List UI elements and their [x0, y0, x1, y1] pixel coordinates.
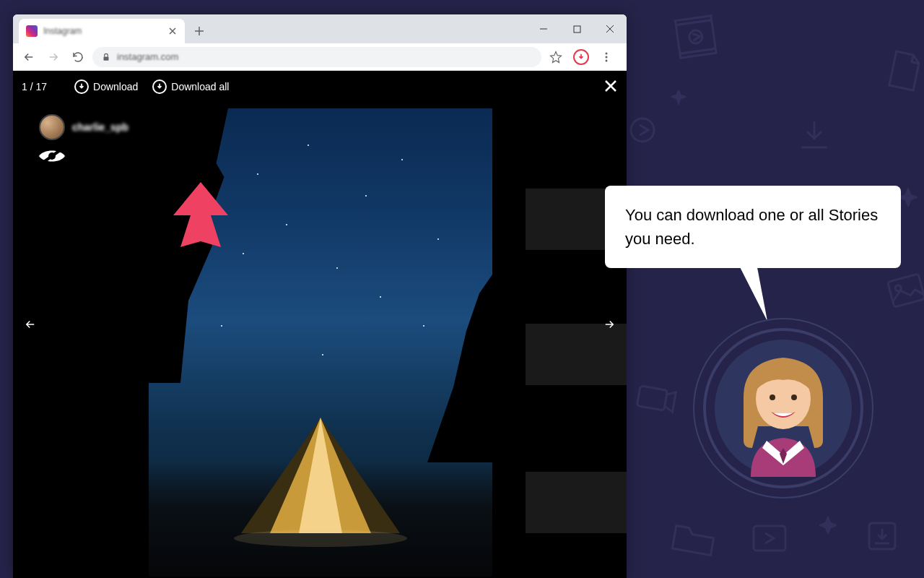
svg-rect-8 [754, 526, 785, 551]
new-tab-button[interactable] [189, 21, 209, 41]
svg-rect-2 [675, 16, 711, 25]
close-tab-icon[interactable] [167, 26, 178, 36]
bg-play-icon [628, 116, 657, 147]
extension-icon[interactable] [573, 49, 589, 65]
svg-point-14 [606, 59, 608, 61]
bg-sparkle2-icon [671, 90, 686, 108]
download-all-label: Download all [171, 81, 229, 92]
instagram-favicon [26, 25, 38, 37]
bg-photo-icon [884, 270, 924, 314]
prev-story-button[interactable] [20, 314, 40, 335]
forward-button[interactable] [43, 47, 64, 67]
story-topbar: 1 / 17 Download Download all [13, 71, 627, 103]
download-icon [74, 79, 89, 94]
svg-rect-7 [637, 386, 667, 410]
svg-rect-10 [574, 26, 580, 33]
assistant-avatar [693, 318, 873, 499]
svg-point-13 [606, 56, 608, 58]
svg-rect-3 [680, 48, 716, 58]
story-user-row[interactable]: charlie_spb [39, 114, 128, 140]
address-bar: instagram.com [13, 43, 627, 71]
story-thumbnail [526, 472, 627, 533]
bg-video-icon [672, 11, 730, 64]
minimize-button[interactable] [527, 14, 560, 43]
story-counter: 1 / 17 [22, 81, 47, 92]
bg-folder-icon [668, 517, 719, 561]
browser-menu-icon[interactable] [596, 47, 616, 67]
reload-button[interactable] [68, 47, 88, 67]
download-all-icon [152, 79, 167, 94]
lock-icon [101, 52, 111, 62]
svg-point-16 [234, 530, 407, 547]
close-window-button[interactable] [593, 14, 627, 43]
hide-icon[interactable] [38, 146, 66, 169]
url-field[interactable]: instagram.com [92, 47, 541, 67]
bg-sparkle-icon [819, 517, 837, 537]
back-button[interactable] [19, 47, 39, 67]
tab-bar: Instagram [13, 14, 627, 43]
browser-tab[interactable]: Instagram [19, 19, 185, 43]
svg-point-18 [770, 394, 775, 400]
avatar [39, 114, 65, 140]
bg-download2-icon [866, 520, 898, 555]
svg-rect-11 [104, 56, 109, 60]
story-viewer: 1 / 17 Download Download all charlie_spb [13, 71, 627, 578]
svg-point-4 [631, 118, 654, 142]
bg-video2-icon [751, 520, 794, 559]
bg-file-icon [884, 48, 924, 97]
bg-sparkle3-icon [899, 188, 918, 210]
url-text: instagram.com [117, 51, 178, 62]
download-label: Download [93, 81, 138, 92]
close-story-button[interactable] [603, 79, 618, 95]
next-story-button[interactable] [599, 314, 619, 335]
browser-window: Instagram [13, 14, 627, 578]
username: charlie_spb [72, 121, 128, 133]
annotation-cursor-icon [172, 179, 237, 251]
tent-graphic [227, 418, 414, 548]
bg-download-icon [794, 116, 834, 159]
tooltip-text: You can download one or all Stories you … [625, 206, 878, 248]
download-all-button[interactable]: Download all [152, 79, 229, 94]
tab-title: Instagram [43, 26, 162, 36]
bookmark-star-icon[interactable] [546, 47, 566, 67]
bg-camera-icon [632, 379, 679, 420]
svg-point-19 [791, 394, 797, 400]
svg-point-12 [606, 52, 608, 54]
tooltip-speech-bubble: You can download one or all Stories you … [605, 186, 901, 268]
maximize-button[interactable] [560, 14, 593, 43]
download-button[interactable]: Download [74, 79, 138, 94]
